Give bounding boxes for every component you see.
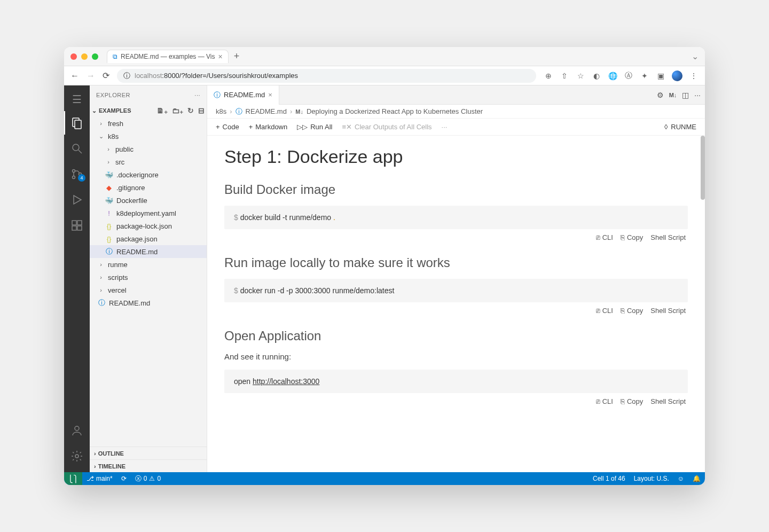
folder-scripts[interactable]: ›scripts (90, 271, 207, 284)
nav-back-button[interactable]: ← (70, 71, 79, 81)
git-branch-status[interactable]: ⎇ main* (82, 472, 117, 485)
copy-button[interactable]: ⎘Copy (621, 233, 643, 241)
extension-icon-2[interactable]: Ⓐ (624, 71, 633, 81)
breadcrumb-heading[interactable]: Deploying a Dockerized React App to Kube… (307, 107, 483, 115)
shell-script-label[interactable]: Shell Script (650, 307, 686, 315)
folder-runme[interactable]: ›runme (90, 258, 207, 271)
cli-button[interactable]: ⎚CLI (596, 307, 613, 315)
heading-open: Open Application (224, 328, 688, 343)
settings-icon[interactable] (64, 444, 90, 468)
copy-button[interactable]: ⎘Copy (621, 397, 643, 405)
markdown-preview-icon[interactable]: M↓ (669, 92, 677, 98)
feedback-icon[interactable]: ☺ (673, 472, 688, 485)
folder-fresh[interactable]: ›fresh (90, 117, 207, 130)
zoom-icon[interactable]: ⊕ (544, 71, 553, 81)
site-info-icon[interactable]: ⓘ (123, 71, 130, 81)
url-bar[interactable]: ⓘ localhost:8000/?folder=/Users/sourishk… (117, 69, 536, 83)
file-readme-k8s[interactable]: ⓘREADME.md (90, 245, 207, 258)
split-editor-icon[interactable]: ◫ (682, 91, 689, 99)
file-gitignore[interactable]: ◆.gitignore (90, 181, 207, 194)
folder-public[interactable]: ›public (90, 143, 207, 155)
copy-icon: ⎘ (621, 397, 625, 405)
extensions-tab[interactable] (64, 214, 90, 237)
shell-script-label[interactable]: Shell Script (650, 233, 686, 241)
run-all-button[interactable]: ▷▷Run All (297, 123, 332, 131)
file-package-lock[interactable]: {}package-lock.json (90, 220, 207, 232)
localhost-link[interactable]: http://localhost:3000 (253, 377, 319, 386)
new-tab-button[interactable]: + (234, 51, 240, 62)
nav-reload-button[interactable]: ⟳ (103, 71, 109, 81)
translate-icon[interactable]: 🌐 (608, 71, 617, 81)
minimize-window-button[interactable] (81, 53, 88, 60)
folder-src[interactable]: ›src (90, 155, 207, 168)
remote-indicator[interactable]: ⎩⎫ (64, 472, 82, 485)
outline-section[interactable]: ›OUTLINE (90, 447, 207, 459)
chevron-right-icon: › (230, 107, 232, 115)
run-debug-tab[interactable] (64, 188, 90, 212)
panel-icon[interactable]: ▣ (656, 71, 665, 81)
notebook-content: Step 1: Dockerize app Build Docker image… (207, 136, 705, 472)
breadcrumb[interactable]: k8s › ⓘ README.md › M↓ Deploying a Docke… (207, 105, 705, 119)
file-package-json[interactable]: {}package.json (90, 232, 207, 245)
new-file-icon[interactable]: 🗎₊ (156, 106, 168, 115)
copy-button[interactable]: ⎘Copy (621, 307, 643, 315)
timeline-section[interactable]: ›TIMELINE (90, 459, 207, 472)
extensions-puzzle-icon[interactable]: ✦ (640, 71, 649, 81)
extension-icon[interactable]: ◐ (592, 71, 601, 81)
problems-status[interactable]: ⓧ0 ⚠0 (131, 472, 165, 485)
runme-label[interactable]: RUNME (671, 123, 696, 131)
cli-button[interactable]: ⎚CLI (596, 397, 613, 405)
cell-position-status[interactable]: Cell 1 of 46 (588, 472, 630, 485)
editor-more-icon[interactable]: ··· (694, 91, 701, 99)
code-cell-open[interactable]: open http://localhost:3000 (224, 370, 688, 393)
new-folder-icon[interactable]: 🗀₊ (172, 106, 183, 115)
toolbar-more-icon[interactable]: ··· (442, 123, 448, 131)
file-k8deployment[interactable]: !k8deployment.yaml (90, 207, 207, 220)
folder-vercel[interactable]: ›vercel (90, 284, 207, 296)
add-markdown-button[interactable]: +Markdown (249, 123, 288, 131)
share-icon[interactable]: ⇧ (560, 71, 569, 81)
file-dockerignore[interactable]: 🐳.dockerignore (90, 168, 207, 181)
search-tab[interactable] (64, 137, 90, 160)
tabs-chevron-icon[interactable]: ⌄ (692, 51, 699, 61)
hamburger-menu-icon[interactable]: ☰ (64, 90, 90, 109)
json-icon: {} (105, 235, 113, 243)
code-cell-run[interactable]: $ docker run -d -p 3000:3000 runme/demo:… (224, 279, 688, 302)
file-dockerfile[interactable]: 🐳Dockerfile (90, 194, 207, 207)
configure-icon[interactable]: ⚙ (657, 91, 664, 99)
refresh-icon[interactable]: ↻ (187, 106, 194, 115)
close-tab-icon[interactable]: × (218, 52, 223, 61)
profile-avatar[interactable] (672, 71, 682, 81)
breadcrumb-readme[interactable]: README.md (246, 107, 287, 115)
notifications-icon[interactable]: 🔔 (688, 472, 705, 485)
accounts-icon[interactable] (64, 419, 90, 442)
editor-area: ⓘ README.md × ⚙ M↓ ◫ ··· k8s › ⓘ README.… (207, 85, 705, 472)
close-editor-icon[interactable]: × (268, 91, 272, 99)
explorer-tab[interactable] (64, 111, 90, 135)
sync-status[interactable]: ⟳ (117, 472, 131, 485)
clear-outputs-button[interactable]: ≡✕Clear Outputs of All Cells (342, 123, 431, 131)
browser-tab[interactable]: ⧉ README.md — examples — Vis × (107, 50, 229, 63)
scrollbar-thumb[interactable] (701, 136, 705, 200)
breadcrumb-k8s[interactable]: k8s (216, 107, 226, 115)
folder-k8s[interactable]: ⌄k8s (90, 130, 207, 143)
cli-button[interactable]: ⎚CLI (596, 233, 613, 241)
add-code-button[interactable]: +Code (216, 123, 239, 131)
markdown-icon: M↓ (295, 108, 303, 115)
maximize-window-button[interactable] (92, 53, 98, 60)
cell-actions: ⎚CLI ⎘Copy Shell Script (224, 233, 688, 241)
close-window-button[interactable] (70, 53, 77, 60)
collapse-all-icon[interactable]: ⊟ (198, 106, 205, 115)
editor-tab-readme[interactable]: ⓘ README.md × (207, 85, 279, 105)
nav-forward-button[interactable]: → (87, 71, 95, 81)
browser-menu-icon[interactable]: ⋮ (689, 71, 699, 81)
source-control-tab[interactable]: 4 (64, 162, 90, 186)
workspace-section-header[interactable]: ⌄ EXAMPLES 🗎₊ 🗀₊ ↻ ⊟ (90, 104, 207, 117)
sidebar-more-icon[interactable]: ··· (194, 92, 200, 98)
code-cell-build[interactable]: $ docker build -t runme/demo . (224, 206, 688, 229)
shell-script-label[interactable]: Shell Script (650, 397, 686, 405)
bookmark-icon[interactable]: ☆ (576, 71, 585, 81)
browser-titlebar: ⧉ README.md — examples — Vis × + ⌄ (64, 47, 705, 66)
keyboard-layout-status[interactable]: Layout: U.S. (630, 472, 673, 485)
file-readme-root[interactable]: ⓘREADME.md (90, 296, 207, 309)
